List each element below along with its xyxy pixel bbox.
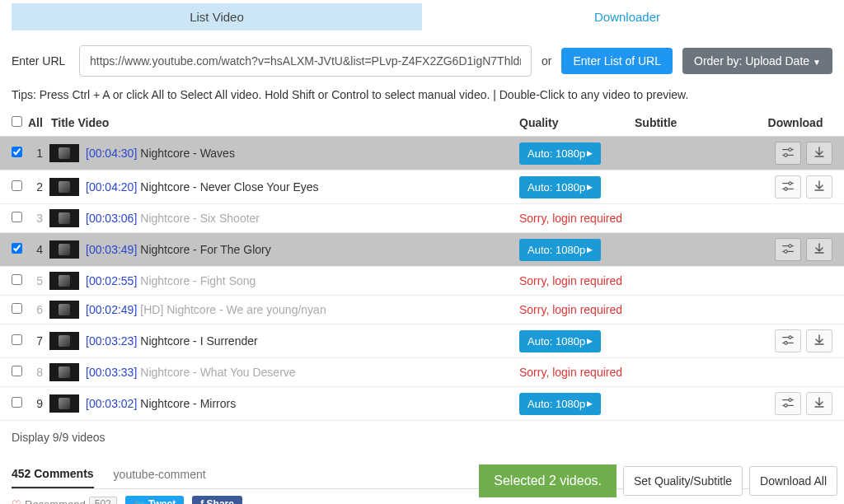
tweet-button[interactable]: 🐦 Tweet [125,496,184,504]
settings-button[interactable] [775,329,801,352]
video-thumbnail[interactable] [49,178,79,196]
svg-point-15 [785,342,787,344]
video-title: Nightcore - Never Close Your Eyes [140,180,318,194]
svg-point-13 [789,336,791,338]
video-title: Nightcore - I Surrender [140,334,257,348]
order-by-button[interactable]: Order by: Upload Date▼ [682,48,832,74]
download-icon [814,397,825,411]
row-number: 4 [31,243,43,256]
sliders-icon [781,397,795,410]
video-title: [HD] Nightcore - We are young/nyan [140,303,326,316]
row-checkbox[interactable] [12,366,22,376]
video-thumbnail[interactable] [49,301,79,319]
svg-point-7 [785,188,787,190]
twitter-icon: 🐦 [134,498,146,504]
download-button[interactable] [806,175,832,198]
settings-button[interactable] [775,392,801,415]
set-quality-button[interactable]: Set Quality/Subtitle [623,466,743,496]
download-icon [814,180,825,194]
enter-url-label: Enter URL [12,54,69,68]
row-checkbox[interactable] [12,180,22,191]
row-checkbox[interactable] [12,303,22,314]
video-title: Nightcore - Mirrors [140,397,236,410]
enter-list-button[interactable]: Enter List of URL [561,48,673,74]
svg-point-19 [785,404,787,407]
sliders-icon [781,334,795,348]
download-button[interactable] [806,392,832,415]
row-number: 9 [31,397,43,410]
video-thumbnail[interactable] [49,144,79,162]
settings-button[interactable] [775,238,801,261]
row-number: 8 [31,366,43,379]
video-duration: [00:03:02] [86,397,137,410]
download-header: Download [758,116,832,129]
table-row[interactable]: 7[00:03:23] Nightcore - I SurrenderAuto:… [0,324,844,358]
row-checkbox[interactable] [12,147,22,157]
login-required-text: Sorry, login required [519,274,622,287]
quality-button[interactable]: Auto: 1080p ▶ [519,176,601,198]
select-all-checkbox[interactable] [12,116,22,127]
video-thumbnail[interactable] [49,363,79,381]
row-number: 2 [31,180,43,194]
quality-button[interactable]: Auto: 1080p ▶ [519,330,601,352]
share-button[interactable]: f Share [192,496,242,504]
quality-button[interactable]: Auto: 1080p ▶ [519,142,601,165]
table-row[interactable]: 6[00:02:49] [HD] Nightcore - We are youn… [0,296,844,324]
url-input[interactable] [79,45,532,77]
quality-button[interactable]: Auto: 1080p ▶ [519,393,601,415]
all-header[interactable]: All [28,116,51,129]
login-required-text: Sorry, login required [519,303,622,316]
table-row[interactable]: 8[00:03:33] Nightcore - What You Deserve… [0,358,844,387]
download-icon [814,334,825,348]
table-row[interactable]: 9[00:03:02] Nightcore - MirrorsAuto: 108… [0,387,844,421]
table-row[interactable]: 1[00:04:30] Nightcore - WavesAuto: 1080p… [0,137,844,170]
selected-videos-banner: Selected 2 videos. [479,464,617,497]
settings-button[interactable] [775,175,801,198]
row-number: 1 [31,147,43,160]
sliders-icon [781,147,795,160]
video-title: Nightcore - Fight Song [140,274,256,287]
table-row[interactable]: 3[00:03:06] Nightcore - Six ShooterSorry… [0,204,844,233]
row-number: 3 [31,212,43,225]
video-thumbnail[interactable] [49,240,79,259]
video-title: Nightcore - What You Deserve [140,366,295,379]
download-button[interactable] [806,329,832,352]
video-title: Nightcore - Waves [140,147,235,160]
video-title: Nightcore - Six Shooter [140,212,260,225]
video-thumbnail[interactable] [49,209,79,227]
row-checkbox[interactable] [12,212,22,222]
play-icon: ▶ [587,149,593,157]
play-icon: ▶ [587,245,593,254]
video-thumbnail[interactable] [49,332,79,350]
svg-point-1 [789,148,791,151]
settings-button[interactable] [775,142,801,165]
video-thumbnail[interactable] [49,272,79,290]
tab-downloader[interactable]: Downloader [422,3,832,30]
table-row[interactable]: 4[00:03:49] Nightcore - For The GloryAut… [0,233,844,267]
video-thumbnail[interactable] [49,394,79,413]
tips-text: Tips: Press Ctrl + A or click All to Sel… [12,88,832,101]
video-duration: [00:04:30] [86,147,137,160]
facebook-icon: f [200,498,204,504]
svg-point-5 [789,182,791,184]
row-checkbox[interactable] [12,334,22,345]
title-header: Title Video [51,116,519,129]
tab-list-video[interactable]: List Video [12,3,422,30]
row-checkbox[interactable] [12,397,22,408]
svg-point-11 [785,250,787,253]
video-duration: [00:03:33] [86,366,137,379]
table-row[interactable]: 5[00:02:55] Nightcore - Fight SongSorry,… [0,267,844,296]
download-button[interactable] [806,142,832,165]
quality-button[interactable]: Auto: 1080p ▶ [519,239,601,261]
row-number: 6 [31,303,43,316]
video-duration: [00:04:20] [86,180,137,194]
download-button[interactable] [806,238,832,261]
download-all-button[interactable]: Download All [749,466,837,496]
table-row[interactable]: 2[00:04:20] Nightcore - Never Close Your… [0,170,844,204]
recommend-button[interactable]: ♡ Recommend 502 [12,497,117,504]
row-checkbox[interactable] [12,274,22,285]
chevron-down-icon: ▼ [813,58,821,67]
row-checkbox[interactable] [12,243,22,254]
youtube-comment-tab[interactable]: youtube-comment [114,468,206,488]
comments-count-tab[interactable]: 452 Comments [12,467,94,488]
